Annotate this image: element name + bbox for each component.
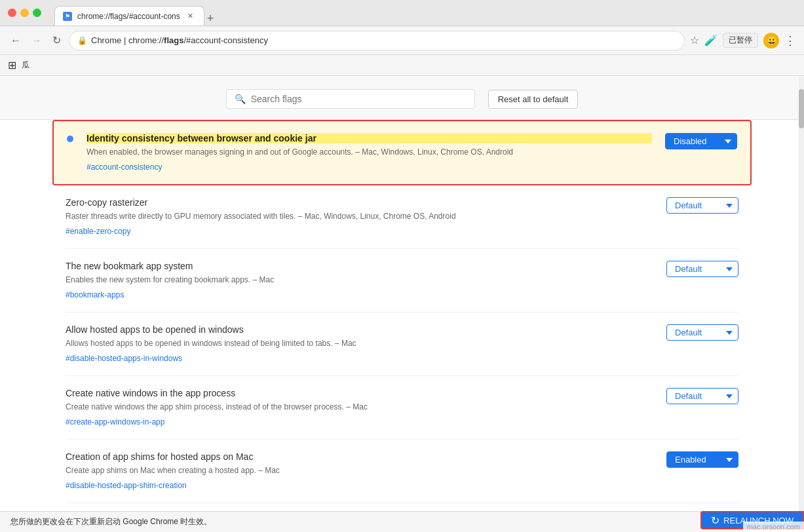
flag-link[interactable]: #create-app-windows-in-app [66, 417, 164, 427]
secure-icon: 🔒 [77, 36, 87, 45]
flag-link[interactable]: #account-consistency [86, 162, 162, 172]
bookmark-item-gua[interactable]: 瓜 [22, 60, 29, 71]
flag-link[interactable]: #bookmark-apps [66, 290, 124, 299]
flag-desc: Allows hosted apps to be opened in windo… [66, 337, 653, 349]
reload-button[interactable]: ↻ [50, 31, 64, 49]
restart-message: 您所做的更改会在下次重新启动 Google Chrome 时生效。 [10, 516, 212, 527]
profile-button[interactable]: 😀 [763, 33, 779, 48]
flag-link[interactable]: #disable-hosted-apps-in-windows [66, 354, 182, 363]
flag-desc: Create app shims on Mac when creating a … [66, 465, 653, 476]
flag-title: The new bookmark app system [66, 261, 653, 271]
url-suffix: /#account-consistency [183, 35, 268, 45]
tab-bar: chrome://flags/#account-cons ✕ + [54, 0, 214, 26]
flag-select-zero-copy[interactable]: Default Enabled Disabled [666, 197, 738, 214]
flag-item-account-consistency: Identity consistency between browser and… [52, 120, 752, 185]
url-brand-text: Chrome [91, 35, 121, 45]
back-button[interactable]: ← [8, 32, 24, 49]
flag-select-hosted-apps-windows[interactable]: Default Enabled Disabled [666, 324, 738, 341]
relaunch-icon: ↻ [711, 514, 719, 527]
tab-close-button[interactable]: ✕ [185, 11, 196, 22]
flag-title: Create native windows in the app process [66, 388, 653, 398]
browser-titlebar: chrome://flags/#account-cons ✕ + [0, 0, 804, 26]
flags-header: 🔍 Reset all to default [0, 76, 804, 120]
watermark: mac.orsoon.com [743, 522, 804, 532]
bookmarks-bar: ⊞ 瓜 [0, 55, 804, 76]
flag-desc: Create native windows the app shim proce… [66, 401, 653, 413]
flag-item-app-shims: Creation of app shims for hosted apps on… [66, 440, 738, 503]
flag-desc: When enabled, the browser manages signin… [86, 146, 652, 158]
flag-desc: Raster threads write directly to GPU mem… [66, 210, 653, 222]
reset-all-button[interactable]: Reset all to default [488, 90, 579, 109]
menu-button[interactable]: ⋮ [784, 33, 796, 48]
chrome-labs-button[interactable]: 🧪 [704, 34, 718, 47]
flag-link[interactable]: #disable-hosted-app-shim-creation [66, 481, 187, 490]
active-tab[interactable]: chrome://flags/#account-cons ✕ [54, 6, 204, 26]
flag-title: Identity consistency between browser and… [86, 133, 652, 143]
tab-title: chrome://flags/#account-cons [77, 12, 180, 21]
bottom-bar: 您所做的更改会在下次重新启动 Google Chrome 时生效。 [0, 511, 804, 532]
page-content: 🔍 Reset all to default Identity consiste… [0, 76, 804, 511]
flag-info: Identity consistency between browser and… [86, 133, 652, 172]
flag-info: Creation of app shims for hosted apps on… [66, 451, 653, 491]
flag-title: Creation of app shims for hosted apps on… [66, 451, 653, 462]
url-separator: | [124, 35, 128, 45]
tab-favicon [63, 12, 72, 21]
flag-control: Default Enabled Disabled [666, 261, 738, 277]
flag-select-bookmark-apps[interactable]: Default Enabled Disabled [666, 261, 738, 277]
flag-info: Zero-copy rasterizer Raster threads writ… [66, 197, 653, 237]
flag-title: Zero-copy rasterizer [66, 197, 653, 208]
forward-button[interactable]: → [29, 32, 45, 49]
flag-select-account-consistency[interactable]: Disabled Default Enabled [665, 133, 737, 149]
maximize-button[interactable] [33, 9, 41, 17]
search-box[interactable]: 🔍 [226, 89, 475, 109]
address-bar: ← → ↻ 🔒 Chrome | chrome://flags/#account… [0, 26, 804, 55]
flag-control: Default Enabled Disabled [666, 197, 738, 214]
search-input[interactable] [251, 94, 467, 104]
apps-button[interactable]: ⊞ [8, 59, 16, 71]
flag-info: Allow hosted apps to be opened in window… [66, 324, 653, 364]
flag-select-native-windows[interactable]: Default Enabled Disabled [666, 388, 738, 404]
flag-control: Disabled Default Enabled [665, 133, 737, 149]
traffic-lights [8, 9, 41, 17]
flags-list: Identity consistency between browser and… [0, 120, 804, 511]
flag-dot [67, 136, 73, 142]
search-icon: 🔍 [235, 94, 246, 104]
flag-title: Allow hosted apps to be opened in window… [66, 324, 653, 335]
flag-item-native-windows: Create native windows in the app process… [66, 376, 738, 440]
new-tab-button[interactable]: + [207, 12, 214, 26]
address-actions: ☆ 🧪 已暂停 😀 ⋮ [690, 33, 796, 48]
flag-control: Enabled Default Disabled [666, 451, 738, 468]
flag-select-app-shims[interactable]: Enabled Default Disabled [666, 451, 738, 468]
scrollbar[interactable] [799, 76, 804, 511]
flag-info: The new bookmark app system Enables the … [66, 261, 653, 300]
minimize-button[interactable] [20, 9, 29, 17]
flag-item-hosted-apps-windows: Allow hosted apps to be opened in window… [66, 313, 738, 376]
flag-control: Default Enabled Disabled [666, 324, 738, 341]
flag-item-bookmark-apps: The new bookmark app system Enables the … [66, 249, 738, 313]
flag-link[interactable]: #enable-zero-copy [66, 227, 130, 236]
url-bold-part: flags [164, 35, 183, 45]
url-bar[interactable]: 🔒 Chrome | chrome://flags/#account-consi… [69, 31, 685, 50]
flag-item-quit-notification: Quit notification for hosted apps [66, 503, 738, 511]
bookmark-star-button[interactable]: ☆ [690, 34, 699, 47]
flag-desc: Enables the new system for creating book… [66, 274, 653, 286]
url-scheme: chrome:// [128, 35, 164, 45]
close-button[interactable] [8, 9, 16, 17]
paused-badge: 已暂停 [723, 33, 758, 48]
flag-info: Create native windows in the app process… [66, 388, 653, 427]
scrollbar-thumb[interactable] [799, 89, 804, 128]
flag-item-zero-copy: Zero-copy rasterizer Raster threads writ… [66, 185, 738, 249]
flag-control: Default Enabled Disabled [666, 388, 738, 404]
url-brand: Chrome | chrome://flags/#account-consist… [91, 35, 268, 45]
